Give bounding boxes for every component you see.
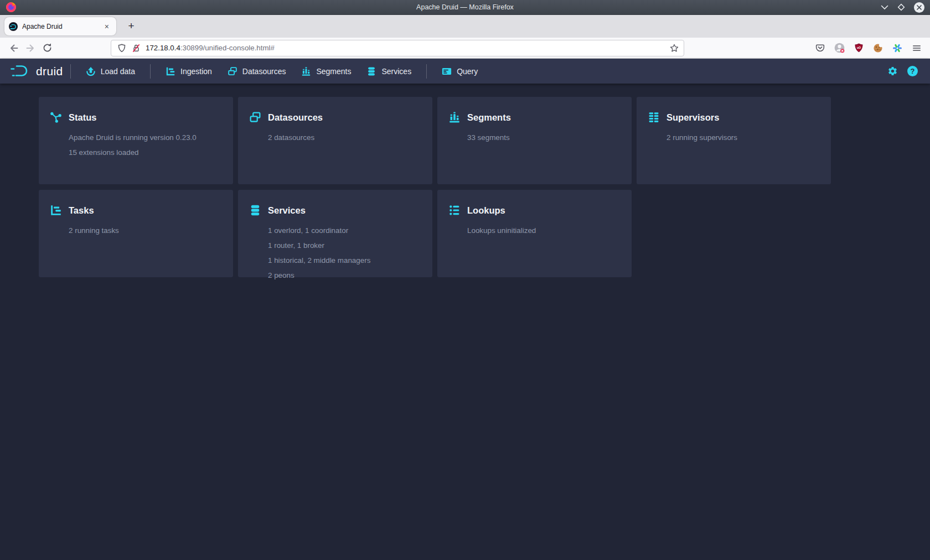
properties-icon [448, 204, 461, 216]
card-title: Services [268, 205, 306, 216]
list-columns-icon [648, 111, 660, 123]
card-title: Lookups [467, 205, 505, 216]
tab-apache-druid[interactable]: Apache Druid × [4, 17, 116, 35]
card-line: 2 peons [268, 268, 420, 283]
services-card[interactable]: Services 1 overlord, 1 coordinator 1 rou… [238, 190, 432, 277]
multi-select-icon [249, 111, 261, 123]
card-line: 1 router, 1 broker [268, 238, 420, 253]
back-button[interactable] [6, 40, 22, 56]
druid-navbar: druid Load data Ingestion Datasour [0, 59, 930, 84]
nav-item-label: Load data [101, 67, 135, 76]
tab-title: Apache Druid [22, 23, 97, 30]
nav-item-services[interactable]: Services [359, 59, 419, 84]
nav-item-label: Ingestion [180, 67, 212, 76]
gear-icon[interactable] [887, 66, 898, 76]
card-line: 2 running tasks [69, 223, 221, 238]
nav-item-datasources[interactable]: Datasources [220, 59, 294, 84]
druid-favicon [9, 22, 18, 31]
lookups-card[interactable]: Lookups Lookups uninitialized [437, 190, 632, 277]
url-text[interactable]: 172.18.0.4:30899/unified-console.html# [146, 44, 665, 52]
nav-item-label: Query [457, 67, 478, 76]
multi-select-icon [228, 66, 237, 76]
url-path: :30899/unified-console.html# [180, 44, 275, 52]
stacked-chart-icon [301, 66, 311, 76]
insecure-lock-icon[interactable] [131, 43, 141, 53]
database-icon [366, 66, 376, 76]
card-line: 2 running supervisors [666, 130, 819, 145]
menu-hamburger-icon[interactable] [909, 40, 924, 56]
browser-toolbar: 172.18.0.4:30899/unified-console.html# [0, 38, 930, 59]
card-title: Segments [467, 112, 511, 123]
card-title: Status [69, 112, 96, 123]
gantt-icon [166, 66, 175, 76]
reload-button[interactable] [39, 40, 55, 56]
graph-icon [50, 111, 62, 123]
tracking-shield-icon[interactable] [117, 43, 127, 53]
pocket-icon[interactable] [812, 40, 828, 56]
console-home: Status Apache Druid is running version 0… [0, 84, 930, 560]
card-line: 1 historical, 2 middle managers [268, 253, 420, 268]
bookmark-star-icon[interactable] [669, 43, 679, 53]
card-line: Lookups uninitialized [467, 223, 619, 238]
upload-icon [86, 66, 96, 76]
help-icon[interactable]: ? [907, 66, 918, 76]
close-button[interactable] [914, 2, 924, 13]
nav-separator [150, 64, 151, 79]
card-grid: Status Apache Druid is running version 0… [39, 97, 930, 277]
titlebar: Apache Druid — Mozilla Firefox [0, 0, 930, 15]
nav-item-label: Segments [316, 67, 351, 76]
maximize-button[interactable] [897, 3, 905, 11]
minimize-button[interactable] [881, 5, 888, 10]
ublock-origin-icon[interactable]: uO [851, 40, 866, 56]
window-title: Apache Druid — Mozilla Firefox [0, 3, 930, 11]
nav-item-label: Datasources [242, 67, 286, 76]
colorways-icon[interactable] [890, 40, 905, 56]
application-icon [442, 66, 452, 76]
datasources-card[interactable]: Datasources 2 datasources [238, 97, 432, 184]
nav-separator [70, 64, 71, 79]
card-line: Apache Druid is running version 0.23.0 [69, 130, 221, 145]
status-card[interactable]: Status Apache Druid is running version 0… [39, 97, 233, 184]
card-title: Tasks [69, 205, 94, 216]
card-line: 15 extensions loaded [69, 145, 221, 160]
cookie-icon[interactable] [870, 40, 886, 56]
card-line: 2 datasources [268, 130, 420, 145]
stacked-chart-icon [448, 111, 461, 123]
druid-logo-icon [10, 64, 31, 79]
gantt-icon [50, 204, 62, 216]
segments-card[interactable]: Segments 33 segments [437, 97, 632, 184]
druid-brand[interactable]: druid [10, 64, 63, 79]
firefox-window: Apache Druid — Mozilla Firefox Apache Dr… [0, 0, 930, 560]
nav-item-ingestion[interactable]: Ingestion [158, 59, 220, 84]
tab-close-icon[interactable]: × [102, 22, 112, 32]
tasks-card[interactable]: Tasks 2 running tasks [39, 190, 233, 277]
brand-wordmark: druid [36, 65, 63, 78]
svg-text:uO: uO [856, 46, 860, 49]
card-line: 33 segments [467, 130, 619, 145]
nav-item-label: Services [381, 67, 411, 76]
card-line: 1 overlord, 1 coordinator [268, 223, 420, 238]
card-title: Datasources [268, 112, 323, 123]
nav-item-query[interactable]: Query [434, 59, 485, 84]
forward-button[interactable] [22, 40, 39, 56]
database-icon [249, 204, 261, 216]
card-title: Supervisors [666, 112, 719, 123]
new-tab-button[interactable]: + [124, 19, 138, 33]
url-host: 172.18.0.4 [146, 44, 180, 52]
nav-item-load-data[interactable]: Load data [78, 59, 143, 84]
firefox-logo-icon [6, 2, 17, 13]
nav-item-segments[interactable]: Segments [293, 59, 359, 84]
nav-separator [426, 64, 427, 79]
tab-strip: Apache Druid × + [0, 15, 930, 38]
url-bar[interactable]: 172.18.0.4:30899/unified-console.html# [111, 40, 684, 56]
account-container-icon[interactable] [831, 40, 847, 56]
supervisors-card[interactable]: Supervisors 2 running supervisors [637, 97, 831, 184]
